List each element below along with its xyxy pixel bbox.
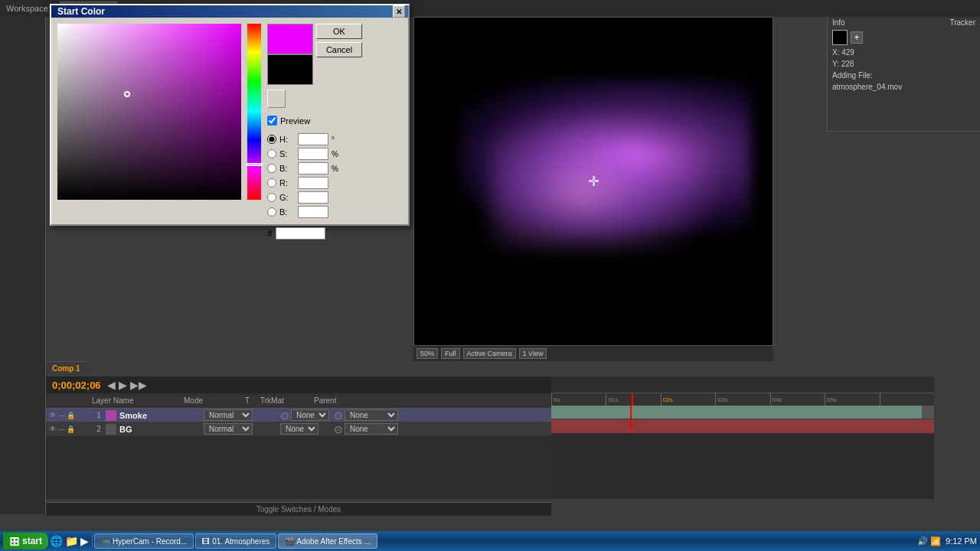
dialog-body: OK Cancel ✏ Preview H: — [51, 18, 408, 246]
hex-input[interactable]: EA00FF — [276, 227, 325, 240]
saturation-label: S: — [279, 149, 295, 158]
blue-input[interactable]: 255 — [298, 206, 328, 218]
brightness-label: B: — [279, 164, 295, 173]
eyedropper-icon: ✏ — [272, 93, 281, 105]
dialog-close-button[interactable]: ✕ — [393, 5, 405, 18]
preview-area: OK Cancel — [267, 24, 402, 85]
dialog-titlebar: Start Color ✕ — [51, 5, 408, 18]
red-label: R: — [279, 178, 295, 187]
red-row: R: 234 — [267, 177, 402, 189]
preview-checkbox[interactable] — [267, 116, 277, 126]
close-icon: ✕ — [396, 8, 402, 16]
red-radio[interactable] — [267, 178, 276, 187]
hex-row: # EA00FF — [267, 227, 402, 240]
saturation-radio[interactable] — [267, 149, 276, 158]
hue-unit: ° — [332, 135, 335, 144]
ok-button[interactable]: OK — [316, 24, 362, 39]
green-row: G: 1 — [267, 191, 402, 204]
green-label: G: — [279, 193, 295, 202]
green-input[interactable]: 1 — [298, 191, 328, 204]
red-input[interactable]: 234 — [298, 177, 328, 189]
hue-row: H: 295 ° — [267, 133, 402, 145]
brightness-radio[interactable] — [267, 164, 276, 173]
dialog-right-controls: OK Cancel ✏ Preview H: — [267, 24, 402, 240]
hex-hash: # — [267, 228, 273, 239]
swatch-stack — [267, 24, 313, 85]
blue-radio[interactable] — [267, 207, 276, 217]
green-radio[interactable] — [267, 193, 276, 202]
blue-row: B: 255 — [267, 206, 402, 218]
new-color-swatch — [267, 24, 313, 54]
hue-radio[interactable] — [267, 135, 276, 144]
cancel-button[interactable]: Cancel — [316, 42, 362, 57]
preview-checkbox-row: Preview — [267, 116, 402, 126]
brightness-input[interactable]: 100 — [298, 162, 328, 174]
saturation-unit: % — [332, 150, 338, 158]
preview-label: Preview — [280, 116, 310, 126]
old-color-swatch — [267, 54, 313, 85]
brightness-row: B: 100 % — [267, 162, 402, 174]
hue-input[interactable]: 295 — [298, 133, 328, 145]
hue-thumb — [246, 163, 263, 166]
hue-slider[interactable] — [247, 24, 261, 200]
saturation-input[interactable]: 100 — [298, 148, 328, 160]
eyedropper-button[interactable]: ✏ — [267, 90, 286, 108]
color-picker-dialog: Start Color ✕ — [50, 4, 410, 226]
hsb-controls: H: 295 ° S: 100 % B: 100 % — [267, 133, 402, 218]
brightness-unit: % — [332, 165, 338, 173]
saturation-row: S: 100 % — [267, 148, 402, 160]
dialog-overlay: Start Color ✕ — [0, 0, 980, 551]
hue-label: H: — [279, 135, 295, 144]
color-gradient-picker[interactable] — [57, 24, 241, 200]
dialog-title: Start Color — [57, 6, 105, 17]
blue-label: B: — [279, 207, 295, 217]
dialog-action-buttons: OK Cancel — [316, 24, 362, 57]
